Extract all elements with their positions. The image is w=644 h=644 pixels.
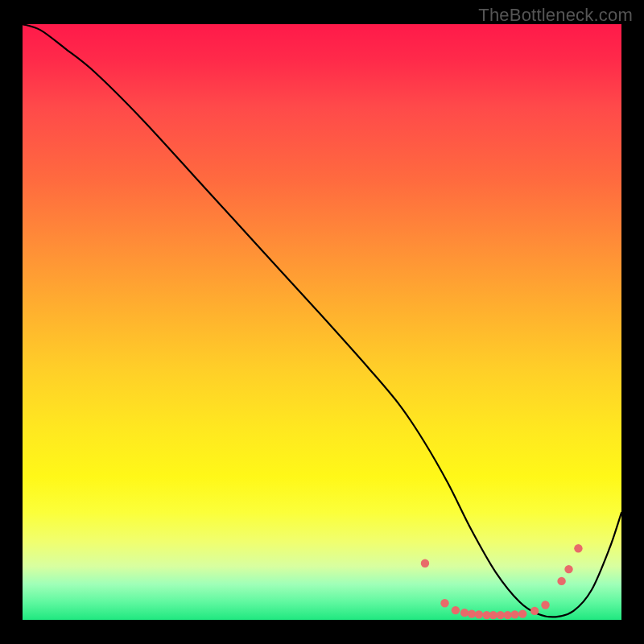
curve-marker (421, 559, 429, 568)
attribution-label: TheBottleneck.com (478, 5, 633, 26)
chart-plot-area (23, 24, 621, 620)
bottleneck-curve-line (23, 24, 621, 617)
curve-marker (460, 609, 469, 617)
curve-marker (489, 611, 497, 619)
curve-marker (452, 606, 460, 614)
curve-marker (518, 609, 526, 617)
curve-marker (503, 611, 511, 619)
curve-marker (475, 610, 483, 618)
chart-svg (23, 24, 621, 620)
curve-marker (468, 609, 476, 617)
curve-marker (497, 611, 505, 619)
curve-marker (541, 601, 549, 609)
curve-marker (574, 544, 582, 552)
curve-marker (564, 565, 572, 573)
curve-marker (530, 607, 539, 615)
curve-marker (557, 577, 565, 585)
curve-marker (440, 599, 448, 607)
curve-marker (510, 610, 518, 618)
